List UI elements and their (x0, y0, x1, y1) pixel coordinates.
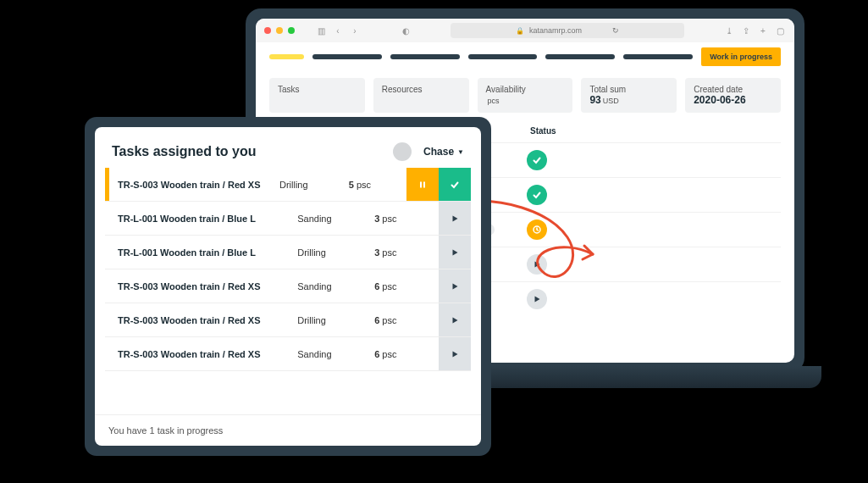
window-minimize-icon[interactable] (276, 27, 283, 34)
chevron-down-icon: ▼ (457, 148, 464, 156)
svg-marker-5 (452, 215, 457, 221)
download-icon[interactable]: ⤓ (723, 25, 735, 36)
card-label: Resources (382, 85, 461, 94)
task-quantity: 5 psc (349, 180, 406, 190)
sidebar-toggle-icon[interactable]: ▥ (315, 25, 327, 36)
task-operation: Drilling (297, 247, 374, 258)
card-tasks[interactable]: Tasks (269, 78, 365, 113)
task-name: TR-S-003 Wooden train / Red XS (109, 180, 279, 190)
window-maximize-icon[interactable] (288, 27, 295, 34)
avatar[interactable] (393, 142, 412, 161)
card-created-date[interactable]: Created date 2020-06-26 (685, 78, 781, 113)
card-label: Total sum (589, 85, 668, 94)
svg-marker-8 (452, 317, 457, 323)
card-label: Availability (486, 85, 565, 94)
task-quantity: 3 psc (374, 247, 439, 258)
start-button[interactable] (439, 303, 471, 336)
complete-button[interactable] (439, 168, 471, 201)
progress-segment (545, 54, 615, 59)
card-unit: pcs (488, 97, 500, 105)
card-total-sum[interactable]: Total sum 93USD (581, 78, 677, 113)
task-quantity: 6 psc (374, 349, 439, 359)
status-play-icon[interactable] (527, 289, 547, 309)
nav-forward-icon[interactable]: › (349, 25, 361, 36)
task-operation: Sanding (297, 214, 374, 224)
status-done-icon[interactable] (527, 150, 547, 170)
info-cards: Tasks Resources Availability pcs Total s… (256, 71, 794, 119)
status-play-icon[interactable] (527, 254, 547, 275)
user-dropdown[interactable]: Chase ▼ (423, 146, 464, 158)
tasks-header: Tasks assigned to you Chase ▼ (95, 127, 481, 168)
start-button[interactable] (439, 269, 471, 303)
nav-back-icon[interactable]: ‹ (332, 25, 344, 36)
new-tab-icon[interactable]: + (757, 25, 769, 36)
svg-rect-4 (423, 181, 425, 187)
tasks-list: TR-S-003 Wooden train / Red XS Drilling … (95, 168, 481, 414)
start-button[interactable] (439, 236, 471, 269)
start-button[interactable] (439, 337, 471, 370)
svg-rect-3 (420, 181, 422, 187)
card-resources[interactable]: Resources (373, 78, 469, 113)
task-name: TR-S-003 Wooden train / Red XS (109, 349, 297, 359)
task-row[interactable]: TR-L-001 Wooden train / Blue L Drilling … (105, 236, 471, 269)
svg-marker-9 (452, 351, 457, 357)
task-name: TR-L-001 Wooden train / Blue L (109, 247, 297, 258)
app-header: Work in progress (256, 42, 794, 71)
card-unit: USD (603, 97, 619, 105)
tasks-panel: Tasks assigned to you Chase ▼ TR-S-003 W… (95, 127, 481, 446)
task-operation: Drilling (297, 315, 374, 325)
tabs-icon[interactable]: ▢ (774, 25, 786, 36)
task-row[interactable]: TR-S-003 Wooden train / Red XS Drilling … (105, 168, 471, 202)
tablet-frame: Tasks assigned to you Chase ▼ TR-S-003 W… (85, 117, 491, 456)
refresh-icon[interactable]: ↻ (612, 26, 619, 35)
task-quantity: 6 psc (374, 315, 439, 325)
card-availability[interactable]: Availability pcs (478, 78, 573, 113)
share-icon[interactable]: ⇪ (740, 25, 752, 36)
task-quantity: 6 psc (374, 281, 439, 291)
window-close-icon[interactable] (264, 27, 271, 34)
task-name: TR-S-003 Wooden train / Red XS (109, 315, 297, 325)
task-name: TR-L-001 Wooden train / Blue L (109, 214, 297, 224)
task-row[interactable]: TR-S-003 Wooden train / Red XS Sanding 6… (105, 269, 471, 303)
task-quantity: 3 psc (374, 214, 439, 224)
progress-segment (269, 54, 304, 59)
pause-button[interactable] (406, 168, 439, 201)
lock-icon: 🔒 (516, 27, 524, 35)
col-status: Status (527, 126, 578, 136)
start-button[interactable] (439, 202, 471, 235)
task-row[interactable]: TR-S-003 Wooden train / Red XS Sanding 6… (105, 337, 471, 371)
svg-marker-7 (452, 283, 457, 289)
url-bar[interactable]: 🔒 katanamrp.com ↻ (451, 23, 684, 38)
task-operation: Sanding (297, 349, 374, 359)
svg-marker-2 (535, 297, 540, 303)
progress-segment (390, 54, 460, 59)
task-operation: Drilling (279, 180, 349, 190)
tasks-title: Tasks assigned to you (112, 144, 393, 159)
task-row[interactable]: TR-L-001 Wooden train / Blue L Sanding 3… (105, 202, 471, 236)
task-name: TR-S-003 Wooden train / Red XS (109, 281, 297, 291)
card-value: 2020-06-26 (694, 94, 772, 106)
tasks-footer: You have 1 task in progress (95, 414, 481, 446)
progress-segment (312, 54, 382, 59)
shield-icon[interactable]: ◐ (400, 25, 412, 36)
user-name: Chase (423, 146, 454, 158)
task-operation: Sanding (297, 281, 374, 291)
svg-marker-6 (452, 249, 457, 255)
card-label: Created date (694, 85, 772, 94)
work-in-progress-badge[interactable]: Work in progress (701, 47, 781, 66)
progress-segment (623, 54, 693, 59)
url-text: katanamrp.com (529, 26, 582, 35)
status-done-icon[interactable] (527, 185, 547, 205)
status-progress-icon[interactable] (527, 219, 547, 240)
svg-marker-1 (535, 262, 540, 268)
progress-segment (468, 54, 538, 59)
card-label: Tasks (278, 85, 357, 94)
card-value: 93 (589, 94, 600, 106)
browser-chrome: ▥ ‹ › ◐ 🔒 katanamrp.com ↻ ⤓ ⇪ + ▢ (256, 19, 794, 42)
task-row[interactable]: TR-S-003 Wooden train / Red XS Drilling … (105, 303, 471, 337)
